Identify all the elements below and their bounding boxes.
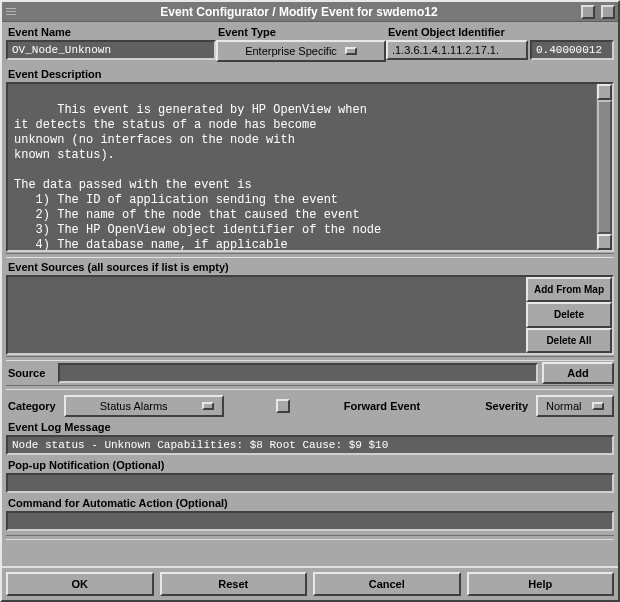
description-scrollbar[interactable] <box>596 84 612 250</box>
window-menu-icon[interactable] <box>2 2 20 21</box>
category-value: Status Alarms <box>74 400 194 412</box>
dropdown-indicator-icon <box>592 402 604 410</box>
category-select[interactable]: Status Alarms <box>64 395 224 417</box>
add-button[interactable]: Add <box>542 362 614 384</box>
event-type-label: Event Type <box>216 24 386 40</box>
forward-event-label: Forward Event <box>342 398 422 414</box>
delete-button[interactable]: Delete <box>526 302 612 327</box>
event-description-label: Event Description <box>6 66 614 82</box>
event-description-text: This event is generated by HP OpenView w… <box>14 103 381 252</box>
severity-label: Severity <box>483 398 530 414</box>
event-configurator-window: Event Configurator / Modify Event for sw… <box>0 0 620 602</box>
dropdown-indicator-icon <box>202 402 214 410</box>
forward-event-checkbox[interactable] <box>276 399 290 413</box>
reset-button[interactable]: Reset <box>160 572 308 596</box>
ok-button[interactable]: OK <box>6 572 154 596</box>
event-name-input[interactable]: OV_Node_Unknown <box>6 40 216 60</box>
source-input[interactable] <box>58 363 538 383</box>
category-label: Category <box>6 398 58 414</box>
footer-buttons: OK Reset Cancel Help <box>2 566 618 600</box>
titlebar: Event Configurator / Modify Event for sw… <box>2 2 618 22</box>
popup-notification-label: Pop-up Notification (Optional) <box>6 457 614 473</box>
event-sources-box: Add From Map Delete Delete All <box>6 275 614 355</box>
popup-notification-input[interactable] <box>6 473 614 493</box>
delete-all-button[interactable]: Delete All <box>526 328 612 353</box>
maximize-icon[interactable] <box>601 5 615 19</box>
severity-select[interactable]: Normal <box>536 395 614 417</box>
event-name-label: Event Name <box>6 24 216 40</box>
oid-prefix: .1.3.6.1.4.1.11.2.17.1. <box>386 40 528 60</box>
window-title: Event Configurator / Modify Event for sw… <box>20 5 578 19</box>
severity-value: Normal <box>546 400 581 412</box>
event-log-message-label: Event Log Message <box>6 419 614 435</box>
oid-value-input[interactable]: 0.40000012 <box>530 40 614 60</box>
event-type-value: Enterprise Specific <box>245 45 337 57</box>
content-area: Event Name OV_Node_Unknown Event Type En… <box>2 22 618 566</box>
scroll-thumb[interactable] <box>597 100 612 234</box>
command-input[interactable] <box>6 511 614 531</box>
event-description-textarea[interactable]: This event is generated by HP OpenView w… <box>6 82 614 252</box>
scroll-down-icon[interactable] <box>597 234 612 250</box>
command-label: Command for Automatic Action (Optional) <box>6 495 614 511</box>
source-label: Source <box>6 365 54 381</box>
divider <box>6 356 614 361</box>
add-from-map-button[interactable]: Add From Map <box>526 277 612 302</box>
divider <box>6 385 614 390</box>
event-oid-label: Event Object Identifier <box>386 24 614 40</box>
divider <box>6 253 614 258</box>
cancel-button[interactable]: Cancel <box>313 572 461 596</box>
event-log-message-input[interactable]: Node status - Unknown Capabilities: $8 R… <box>6 435 614 455</box>
event-type-select[interactable]: Enterprise Specific <box>216 40 386 62</box>
event-sources-list[interactable] <box>8 277 526 353</box>
help-button[interactable]: Help <box>467 572 615 596</box>
divider <box>6 535 614 540</box>
dropdown-indicator-icon <box>345 47 357 55</box>
event-sources-label: Event Sources (all sources if list is em… <box>6 259 614 275</box>
minimize-icon[interactable] <box>581 5 595 19</box>
scroll-up-icon[interactable] <box>597 84 612 100</box>
